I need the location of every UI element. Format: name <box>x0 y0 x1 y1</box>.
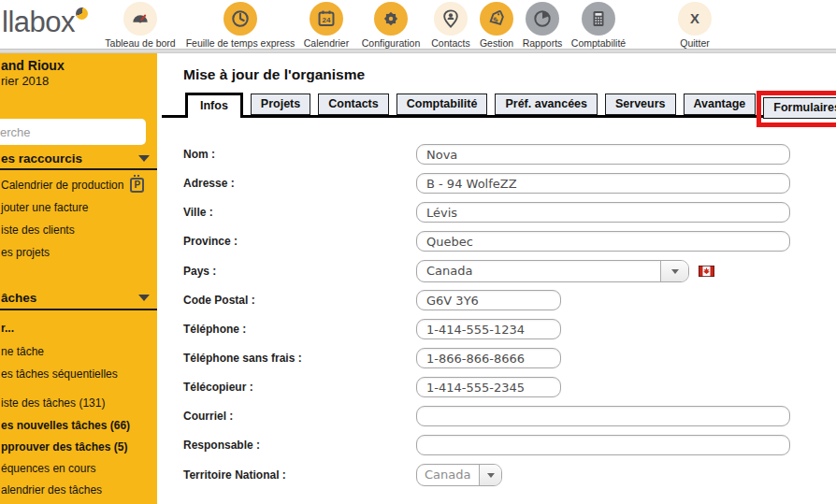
field-label: Adresse : <box>183 177 416 190</box>
field-label: Responsable : <box>183 439 416 452</box>
section-divider <box>0 309 157 310</box>
main-content: Mise à jour de l'organisme Infos Projets… <box>157 53 836 504</box>
logo-badge-icon <box>76 7 88 20</box>
top-header: llabox Tableau de bord Feuille de temps … <box>0 0 836 49</box>
toolbar-item-configuration[interactable]: Configuration <box>355 2 426 49</box>
form-row: Code Postal : <box>183 290 824 310</box>
courriel-input[interactable] <box>416 406 790 426</box>
form-row: Téléphone sans frais : <box>183 348 824 368</box>
telephone-sans-frais-input[interactable] <box>416 348 561 368</box>
tab-infos[interactable]: Infos <box>185 93 243 118</box>
user-name: and Rioux <box>1 58 65 73</box>
toolbar-item-calendrier[interactable]: 24 Calendrier <box>297 2 355 49</box>
sidebar-item-calendrier-taches[interactable]: alendrier des tâches <box>1 483 102 497</box>
chevron-down-icon[interactable] <box>479 465 501 485</box>
sidebar-section-taches[interactable]: âches <box>1 291 150 305</box>
clock-icon <box>223 2 257 36</box>
tab-pref-avancees[interactable]: Préf. avancées <box>495 94 598 115</box>
ville-input[interactable] <box>416 202 790 223</box>
form-row: Territoire National : Canada <box>183 464 824 486</box>
form-row: Ville : <box>183 202 824 223</box>
svg-text:X: X <box>690 11 699 26</box>
tab-contacts[interactable]: Contacts <box>318 94 388 115</box>
sidebar-item-liste-clients[interactable]: iste des clients <box>1 223 75 237</box>
chevron-down-icon <box>138 155 150 162</box>
toolbar-item-rapports[interactable]: Rapports <box>518 2 567 49</box>
gear-icon <box>374 2 408 36</box>
user-date: rier 2018 <box>1 74 49 88</box>
gauge-icon <box>123 2 157 36</box>
form-row: Télécopieur : <box>183 377 824 397</box>
form-row: Téléphone : <box>183 319 824 339</box>
field-label: Province : <box>183 235 416 248</box>
pays-select[interactable]: Canada <box>416 260 689 282</box>
form-row: Courriel : <box>183 406 824 426</box>
toolbar-item-tableau-de-bord[interactable]: Tableau de bord <box>97 2 183 49</box>
sidebar-item-liste-taches[interactable]: iste des tâches (131) <box>1 396 105 410</box>
svg-text:$: $ <box>492 15 499 24</box>
chevron-down-icon <box>138 295 150 301</box>
canada-flag-icon <box>699 266 714 277</box>
svg-text:24: 24 <box>323 16 331 24</box>
sidebar-item-sequences-en-cours[interactable]: équences en cours <box>1 462 95 475</box>
toolbar-item-comptabilite[interactable]: Comptabilité <box>567 2 630 49</box>
price-tag-icon: $ <box>480 2 513 36</box>
code-postal-input[interactable] <box>416 290 561 310</box>
tab-projets[interactable]: Projets <box>251 94 310 115</box>
main-toolbar: Tableau de bord Feuille de temps express… <box>97 2 716 49</box>
production-calendar-icon: P <box>130 178 144 193</box>
field-label: Courriel : <box>183 410 416 423</box>
field-label: Pays : <box>183 265 416 278</box>
telephone-input[interactable] <box>416 319 561 339</box>
sidebar-item-nouvelles-taches[interactable]: es nouvelles tâches (66) <box>1 419 130 432</box>
app-logo: llabox <box>2 6 87 39</box>
sidebar-item-approuver-taches[interactable]: pprouver des tâches (5) <box>1 440 127 454</box>
sidebar-item-calendrier-production[interactable]: Calendrier de production P <box>1 178 144 193</box>
sidebar-item-ajouter-facture[interactable]: jouter une facture <box>1 201 88 214</box>
tab-avantage[interactable]: Avantage <box>684 94 757 115</box>
toolbar-item-quitter[interactable]: X Quitter <box>673 2 716 49</box>
sidebar-item-taches-sequentielles[interactable]: es tâches séquentielles <box>1 367 118 381</box>
form-row: Adresse : <box>183 173 824 194</box>
toolbar-item-gestion[interactable]: $ Gestion <box>475 2 518 49</box>
responsable-input[interactable] <box>416 435 790 455</box>
sidebar-item-mes-projets[interactable]: es projets <box>1 246 50 259</box>
toolbar-item-contacts[interactable]: Contacts <box>426 2 475 49</box>
calendar-icon: 24 <box>310 2 343 36</box>
sidebar-item-creer[interactable]: r... <box>1 322 14 335</box>
person-pin-icon <box>434 2 468 36</box>
field-label: Territoire National : <box>183 468 416 482</box>
sidebar-item-une-tache[interactable]: ne tâche <box>1 345 44 358</box>
field-label: Téléphone sans frais : <box>183 352 416 365</box>
tab-formulaires-personnalises[interactable]: Formulaires personnalisés <box>763 97 836 119</box>
sidebar: and Rioux rier 2018 es raccourcis Calend… <box>0 53 157 504</box>
form-row: Pays : Canada <box>183 260 824 282</box>
form-row: Nom : <box>183 144 824 165</box>
calculator-icon <box>582 2 615 36</box>
organism-form: Nom : Adresse : Ville : Province : Pays … <box>183 144 824 486</box>
tab-serveurs[interactable]: Serveurs <box>605 94 676 115</box>
field-label: Nom : <box>183 148 416 161</box>
territoire-national-select[interactable]: Canada <box>416 464 502 486</box>
x-icon: X <box>678 2 712 36</box>
page-title: Mise à jour de l'organisme <box>183 66 824 83</box>
section-divider <box>0 168 157 170</box>
adresse-input[interactable] <box>416 173 790 194</box>
nom-input[interactable] <box>416 144 790 165</box>
form-row: Province : <box>183 231 824 252</box>
field-label: Télécopieur : <box>183 381 416 394</box>
search-input[interactable] <box>0 119 146 145</box>
form-row: Responsable : <box>183 435 824 455</box>
telecopieur-input[interactable] <box>416 377 561 397</box>
province-input[interactable] <box>416 231 790 252</box>
pie-chart-icon <box>526 2 559 36</box>
chevron-down-icon[interactable] <box>660 261 688 281</box>
field-label: Ville : <box>183 206 416 219</box>
sidebar-section-raccourcis[interactable]: es raccourcis <box>1 151 150 166</box>
tab-comptabilite[interactable]: Comptabilité <box>396 94 488 115</box>
field-label: Code Postal : <box>183 294 416 307</box>
tab-bar: Infos Projets Contacts Comptabilité Préf… <box>162 93 824 118</box>
toolbar-item-feuille-de-temps[interactable]: Feuille de temps express <box>183 2 297 49</box>
field-label: Téléphone : <box>183 323 416 336</box>
